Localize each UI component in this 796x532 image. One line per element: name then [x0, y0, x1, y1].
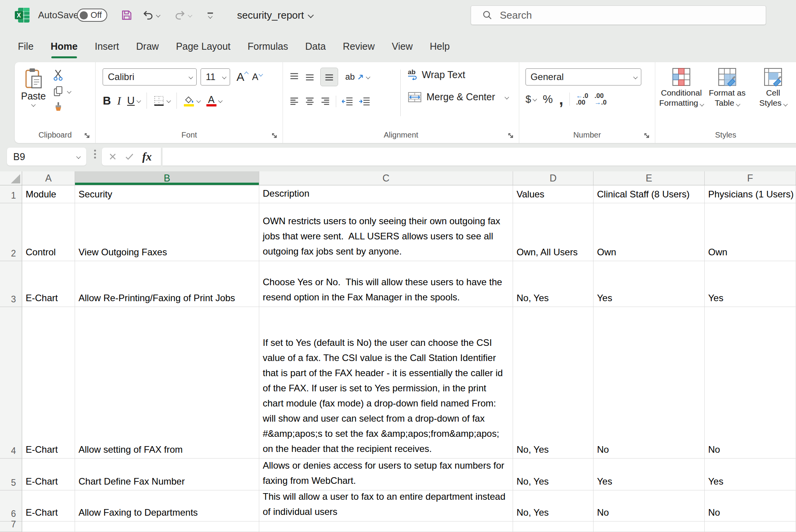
name-box-dropdown-icon[interactable] [76, 154, 80, 159]
row-header-6[interactable]: 6 [0, 490, 22, 522]
cell-E2[interactable]: Own [594, 203, 705, 261]
save-icon[interactable] [120, 9, 133, 21]
font-name-select[interactable]: Calibri [103, 68, 197, 85]
align-left-icon[interactable] [289, 96, 299, 106]
autosave-toggle[interactable]: Off [77, 9, 107, 22]
row-header-7[interactable]: 7 [0, 522, 22, 532]
redo-button[interactable] [174, 9, 192, 21]
cell-A6[interactable]: E-Chart [22, 490, 75, 522]
clipboard-dialog-launcher-icon[interactable] [84, 133, 91, 139]
decrease-indent-icon[interactable] [342, 96, 353, 106]
row-header-5[interactable]: 5 [0, 459, 22, 490]
cell-B7[interactable] [75, 522, 259, 532]
cell-styles-button[interactable]: Cell Styles [750, 68, 796, 108]
cell-F4[interactable]: No [705, 307, 796, 459]
row-header-1[interactable]: 1 [0, 185, 22, 203]
row-header-4[interactable]: 4 [0, 307, 22, 459]
cell-D6[interactable]: No, Yes [513, 490, 594, 522]
conditional-formatting-button[interactable]: Conditional Formatting [658, 68, 704, 108]
cell-D7[interactable] [513, 522, 594, 532]
cell-D4[interactable]: No, Yes [513, 307, 594, 459]
font-size-select[interactable]: 11 [201, 68, 230, 85]
cell-F5[interactable]: Yes [705, 459, 796, 490]
row-header-3[interactable]: 3 [0, 261, 22, 307]
decrease-decimal-button[interactable]: .00 →.0 [595, 92, 607, 106]
merge-center-button[interactable]: Merge & Center [408, 91, 508, 103]
cancel-icon[interactable] [109, 153, 117, 160]
cell-D5[interactable]: No, Yes [513, 459, 594, 490]
accounting-format-button[interactable]: $ [525, 93, 536, 105]
wrap-text-button[interactable]: ab Wrap Text [408, 69, 508, 80]
cell-B6[interactable]: Allow Faxing to Departments [75, 490, 259, 522]
column-header-B[interactable]: B [75, 171, 259, 185]
increase-font-size-button[interactable]: A [236, 70, 248, 84]
column-header-A[interactable]: A [22, 171, 75, 185]
document-title[interactable]: security_report [237, 9, 313, 21]
paste-button[interactable]: Paste [21, 68, 46, 113]
cell-C2[interactable]: OWN restricts users to only seeing their… [259, 203, 513, 261]
align-top-icon[interactable] [289, 72, 299, 82]
decrease-font-size-button[interactable]: A [252, 72, 262, 82]
column-header-E[interactable]: E [594, 171, 705, 185]
title-dropdown-icon[interactable] [308, 12, 314, 18]
italic-button[interactable]: I [117, 94, 121, 107]
bold-button[interactable]: B [103, 94, 111, 107]
cell-F6[interactable]: No [705, 490, 796, 522]
insert-function-icon[interactable]: fx [142, 150, 152, 163]
cell-E1[interactable]: Clinical Staff (8 Users) [594, 185, 705, 203]
select-all-corner[interactable] [0, 171, 22, 185]
cell-A4[interactable]: E-Chart [22, 307, 75, 459]
conditional-formatting-dropdown-icon[interactable] [700, 102, 704, 106]
format-painter-icon[interactable] [53, 102, 64, 113]
tab-home[interactable]: Home [51, 41, 77, 52]
undo-button[interactable] [142, 9, 160, 21]
cell-B2[interactable]: View Outgoing Faxes [75, 203, 259, 261]
cell-F3[interactable]: Yes [705, 261, 796, 307]
formula-input[interactable] [162, 148, 796, 166]
font-color-button[interactable]: A [206, 95, 222, 106]
borders-button[interactable] [153, 95, 170, 106]
align-middle-icon[interactable] [305, 72, 315, 82]
increase-decimal-button[interactable]: ←.0 .00 [576, 92, 588, 106]
number-dialog-launcher-icon[interactable] [644, 133, 650, 139]
cell-D1[interactable]: Values [513, 185, 594, 203]
tab-help[interactable]: Help [430, 41, 450, 52]
column-header-F[interactable]: F [705, 171, 796, 185]
cell-B5[interactable]: Chart Define Fax Number [75, 459, 259, 490]
alignment-dialog-launcher-icon[interactable] [508, 133, 514, 139]
align-center-icon[interactable] [305, 96, 315, 106]
cell-E3[interactable]: Yes [594, 261, 705, 307]
cell-D2[interactable]: Own, All Users [513, 203, 594, 261]
tab-file[interactable]: File [18, 41, 33, 52]
merge-center-dropdown-icon[interactable] [504, 95, 509, 99]
cell-A1[interactable]: Module [22, 185, 75, 203]
tab-page-layout[interactable]: Page Layout [176, 41, 230, 52]
column-header-C[interactable]: C [259, 171, 513, 185]
comma-style-button[interactable]: , [559, 95, 563, 103]
cell-C4[interactable]: If set to Yes (default is No) the user c… [259, 307, 513, 459]
column-header-D[interactable]: D [513, 171, 594, 185]
paste-dropdown-icon[interactable] [31, 102, 35, 106]
percent-style-button[interactable]: % [543, 93, 553, 106]
row-header-2[interactable]: 2 [0, 203, 22, 261]
underline-button[interactable]: U [127, 95, 140, 107]
copy-icon[interactable] [53, 85, 64, 97]
cell-C1[interactable]: Description [259, 185, 513, 203]
tab-data[interactable]: Data [305, 41, 326, 52]
cell-D3[interactable]: No, Yes [513, 261, 594, 307]
cell-E7[interactable] [594, 522, 705, 532]
format-as-table-button[interactable]: Format as Table [704, 68, 750, 108]
cell-E4[interactable]: No [594, 307, 705, 459]
number-format-select[interactable]: General [525, 68, 641, 85]
cell-A2[interactable]: Control [22, 203, 75, 261]
search-input[interactable]: Search [471, 5, 766, 25]
cell-A7[interactable] [22, 522, 75, 532]
font-dialog-launcher-icon[interactable] [271, 133, 278, 139]
cell-B3[interactable]: Allow Re-Printing/Faxing of Print Jobs [75, 261, 259, 307]
format-as-table-dropdown-icon[interactable] [736, 102, 740, 106]
fill-color-button[interactable] [183, 95, 200, 106]
cell-C7[interactable] [259, 522, 513, 532]
tab-view[interactable]: View [392, 41, 413, 52]
cell-F2[interactable]: Own [705, 203, 796, 261]
cell-E5[interactable]: Yes [594, 459, 705, 490]
